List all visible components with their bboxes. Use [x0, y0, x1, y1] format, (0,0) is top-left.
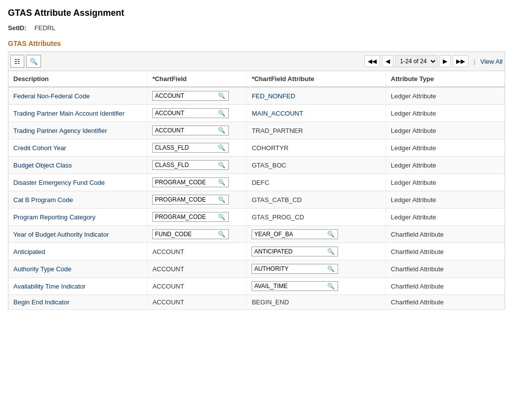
setid-value: FEDRL [35, 24, 56, 32]
chartfield-attr-text: GTAS_PROG_CD [252, 213, 304, 221]
table-header-row: Description *ChartField *ChartField Attr… [8, 71, 505, 87]
attribute-type-text: Ledger Attribute [391, 179, 436, 186]
chartfield-attr-search-button[interactable]: 🔍 [326, 283, 336, 290]
chartfield-attr-text: DEFC [252, 179, 269, 186]
table-row: AnticipatedACCOUNT🔍Chartfield Attribute [8, 243, 505, 260]
description-link[interactable]: Trading Partner Agency Identifier [13, 127, 107, 134]
search-button[interactable]: 🔍 [26, 55, 41, 68]
header-attribute-type: Attribute Type [385, 71, 505, 87]
chartfield-search-button[interactable]: 🔍 [217, 144, 226, 151]
view-all-link[interactable]: View All [480, 58, 503, 65]
attribute-type-text: Ledger Attribute [391, 144, 436, 152]
chartfield-attr-text: BEGIN_END [252, 298, 289, 306]
chartfield-text: ACCOUNT [152, 298, 184, 306]
attribute-type-text: Chartfield Attribute [391, 231, 444, 238]
attribute-type-text: Chartfield Attribute [391, 283, 444, 290]
attribute-type-text: Ledger Attribute [391, 92, 436, 100]
attribute-type-text: Chartfield Attribute [391, 265, 444, 273]
table-row: Cat B Program Code🔍GTAS_CATB_CDLedger At… [8, 191, 505, 209]
attribute-type-text: Ledger Attribute [391, 213, 436, 221]
chartfield-attr-search-button[interactable]: 🔍 [326, 248, 336, 255]
prev-page-button[interactable]: ◀ [382, 55, 393, 67]
description-link[interactable]: Begin End Indicator [13, 298, 69, 306]
chartfield-input[interactable] [155, 231, 217, 238]
page-range-select[interactable]: 1-24 of 24 [395, 55, 437, 67]
description-link[interactable]: Trading Partner Main Account Identifier [13, 110, 125, 117]
description-link[interactable]: Authority Type Code [13, 265, 72, 273]
chartfield-attr-text: COHORTYR [252, 144, 288, 152]
description-link[interactable]: Credit Cohort Year [13, 144, 66, 152]
description-link[interactable]: Budget Object Class [13, 162, 72, 169]
chartfield-attr-input[interactable] [254, 231, 326, 238]
chartfield-attr-link[interactable]: FED_NONFED [252, 92, 295, 100]
table-row: Budget Object Class🔍GTAS_BOCLedger Attri… [8, 157, 505, 174]
chartfield-attr-text: GTAS_BOC [252, 162, 286, 169]
table-row: Disaster Emergency Fund Code🔍DEFCLedger … [8, 174, 505, 191]
description-link[interactable]: Cat B Program Code [13, 196, 73, 204]
setid-row: SetID: FEDRL [8, 24, 505, 32]
page-title: GTAS Attribute Assignment [8, 8, 505, 18]
gtas-attributes-table: Description *ChartField *ChartField Attr… [8, 71, 505, 310]
attribute-type-text: Ledger Attribute [391, 110, 436, 117]
chartfield-search-button[interactable]: 🔍 [217, 110, 226, 117]
chartfield-input[interactable] [155, 110, 217, 117]
chartfield-search-button[interactable]: 🔍 [217, 127, 226, 134]
description-link[interactable]: Federal Non-Federal Code [13, 92, 90, 100]
toolbar: ☷ 🔍 ◀◀ ◀ 1-24 of 24 ▶ ▶▶ | View All [8, 51, 505, 71]
table-row: Year of Budget Authority Indicator🔍🔍Char… [8, 226, 505, 243]
description-link[interactable]: Anticipated [13, 248, 45, 255]
chartfield-attr-text: TRAD_PARTNER [252, 127, 303, 134]
description-link[interactable]: Disaster Emergency Fund Code [13, 179, 105, 186]
chartfield-text: ACCOUNT [152, 265, 184, 273]
chartfield-attr-input[interactable] [254, 283, 326, 290]
chartfield-attr-input[interactable] [254, 265, 326, 272]
table-row: Federal Non-Federal Code🔍FED_NONFEDLedge… [8, 87, 505, 105]
chartfield-attr-search-button[interactable]: 🔍 [326, 265, 336, 272]
search-icon: 🔍 [30, 58, 38, 65]
chartfield-search-button[interactable]: 🔍 [217, 92, 226, 99]
first-page-button[interactable]: ◀◀ [364, 55, 380, 67]
table-row: Availability Time IndicatorACCOUNT🔍Chart… [8, 278, 505, 295]
chartfield-text: ACCOUNT [152, 283, 184, 290]
description-link[interactable]: Year of Budget Authority Indicator [13, 231, 109, 238]
table-row: Authority Type CodeACCOUNT🔍Chartfield At… [8, 260, 505, 278]
chartfield-search-button[interactable]: 🔍 [217, 196, 226, 203]
chartfield-attr-text: GTAS_CATB_CD [252, 196, 301, 204]
chartfield-input[interactable] [155, 179, 217, 186]
header-chartfield: *ChartField [147, 71, 247, 87]
pagination-controls: ◀◀ ◀ 1-24 of 24 ▶ ▶▶ | View All [364, 55, 503, 67]
chartfield-attr-input[interactable] [254, 248, 326, 255]
description-link[interactable]: Availability Time Indicator [13, 283, 86, 290]
chartfield-input[interactable] [155, 213, 217, 220]
chartfield-search-button[interactable]: 🔍 [217, 213, 226, 220]
table-row: Credit Cohort Year🔍COHORTYRLedger Attrib… [8, 139, 505, 157]
chartfield-input[interactable] [155, 92, 217, 99]
table-row: Program Reporting Category🔍GTAS_PROG_CDL… [8, 209, 505, 226]
description-link[interactable]: Program Reporting Category [13, 213, 95, 221]
chartfield-search-button[interactable]: 🔍 [217, 179, 226, 186]
nav-separator: | [473, 58, 475, 65]
attribute-type-text: Ledger Attribute [391, 127, 436, 134]
chartfield-input[interactable] [155, 162, 217, 168]
chartfield-search-button[interactable]: 🔍 [217, 231, 226, 238]
grid-icon: ☷ [14, 58, 20, 65]
table-row: Begin End IndicatorACCOUNTBEGIN_ENDChart… [8, 295, 505, 310]
table-row: Trading Partner Agency Identifier🔍TRAD_P… [8, 122, 505, 139]
grid-view-button[interactable]: ☷ [10, 55, 24, 68]
section-title: GTAS Attributes [8, 40, 505, 47]
attribute-type-text: Ledger Attribute [391, 162, 436, 169]
next-page-button[interactable]: ▶ [439, 55, 451, 67]
attribute-type-text: Chartfield Attribute [391, 298, 444, 306]
last-page-button[interactable]: ▶▶ [453, 55, 469, 67]
setid-label: SetID: [8, 24, 27, 32]
header-chartfield-attribute: *ChartField Attribute [247, 71, 385, 87]
chartfield-search-button[interactable]: 🔍 [217, 162, 226, 168]
header-description: Description [8, 71, 147, 87]
chartfield-input[interactable] [155, 144, 217, 151]
attribute-type-text: Ledger Attribute [391, 196, 436, 204]
chartfield-attr-search-button[interactable]: 🔍 [326, 231, 336, 238]
chartfield-attr-link[interactable]: MAIN_ACCOUNT [252, 110, 303, 117]
chartfield-text: ACCOUNT [152, 248, 184, 255]
chartfield-input[interactable] [155, 127, 217, 134]
chartfield-input[interactable] [155, 196, 217, 203]
